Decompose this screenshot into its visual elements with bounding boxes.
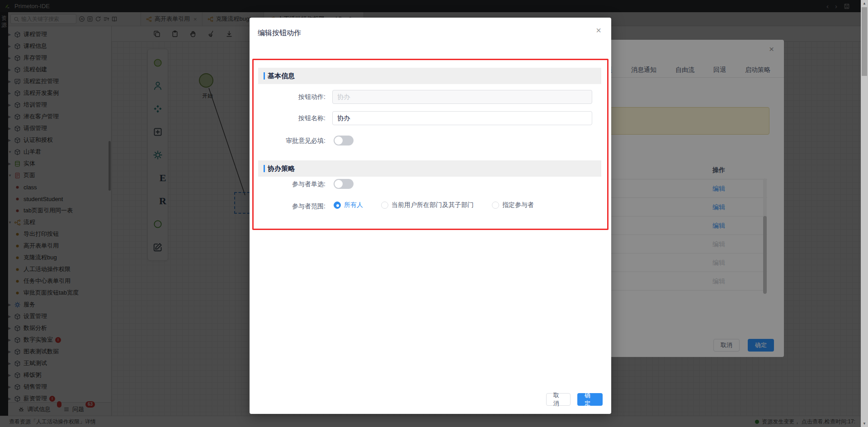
cancel-button[interactable]: 取消 <box>546 393 571 406</box>
section-accent-bar <box>264 72 265 80</box>
comment-required-toggle[interactable] <box>334 136 354 145</box>
section-title: 基本信息 <box>268 72 295 80</box>
section-accent-bar <box>264 165 265 172</box>
radio-label: 所有人 <box>344 201 363 209</box>
scroll-up-icon[interactable]: ▲ <box>863 1 866 5</box>
single-participant-toggle[interactable] <box>334 179 354 189</box>
toggle-knob <box>335 136 343 145</box>
scope-radio-group: 所有人 当前用户所在部门及其子部门 指定参与者 <box>334 201 534 209</box>
radio-icon <box>492 202 499 209</box>
radio-option[interactable]: 指定参与者 <box>492 201 534 209</box>
radio-label: 指定参与者 <box>502 201 534 209</box>
section-strategy: 协办策略 <box>258 160 601 177</box>
toggle-knob <box>335 180 343 188</box>
ok-button[interactable]: 确定 <box>577 393 603 406</box>
button-name-input[interactable] <box>332 111 592 125</box>
section-title: 协办策略 <box>268 164 295 173</box>
comment-required-label: 审批意见必填: <box>250 137 326 145</box>
primeton-ide-window: Primeton-IDE ‹ › 资源 高开表单引用 × 克隆流程bug* × <box>0 0 868 427</box>
modal-close-icon[interactable]: × <box>596 26 601 35</box>
scope-label: 参与者范围: <box>250 202 326 211</box>
scroll-down-icon[interactable]: ▼ <box>863 422 866 426</box>
button-action-input[interactable] <box>332 90 592 104</box>
radio-option[interactable]: 当前用户所在部门及其子部门 <box>381 201 474 209</box>
edit-button-action-modal: 编辑按钮动作 × 基本信息 按钮动作: 按钮名称: 审批意见必填: 协办策略 参… <box>250 18 611 414</box>
radio-label: 当前用户所在部门及其子部门 <box>392 201 474 209</box>
button-name-label: 按钮名称: <box>250 114 326 122</box>
radio-option[interactable]: 所有人 <box>334 201 363 209</box>
browser-scrollbar[interactable]: ▲ ▼ <box>861 0 868 427</box>
single-participant-label: 参与者单选: <box>250 180 326 188</box>
scrollbar-thumb[interactable] <box>862 7 867 76</box>
radio-icon <box>381 202 388 209</box>
section-basic-info: 基本信息 <box>258 68 601 84</box>
button-action-label: 按钮动作: <box>250 93 326 101</box>
radio-icon <box>334 202 341 209</box>
modal-title: 编辑按钮动作 <box>258 28 301 38</box>
